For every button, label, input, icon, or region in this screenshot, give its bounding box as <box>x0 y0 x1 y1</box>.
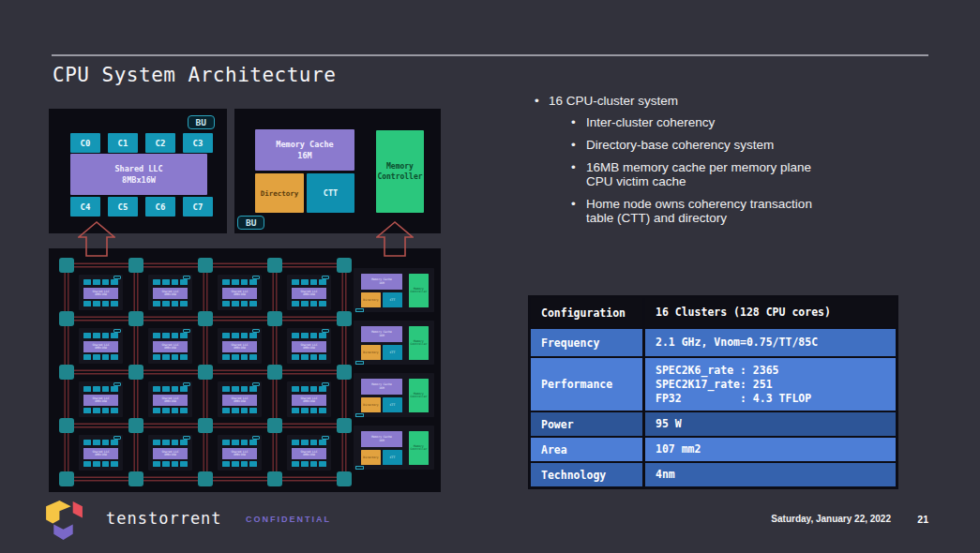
mini-core-row <box>83 461 118 467</box>
mini-llc-box: Shared LLC 8MBx16W <box>83 395 118 406</box>
mini-llc-box: Shared LLC 8MBx16W <box>153 341 188 352</box>
mini-core-box <box>232 461 239 467</box>
mini-cpu-cluster: Shared LLC 8MBx16W <box>79 381 123 417</box>
mini-core-box <box>249 301 257 306</box>
bullet-sub-item: Directory-base coherency system <box>569 138 924 152</box>
cpu-core-box: C5 <box>108 197 138 217</box>
spec-row-value: SPEC2K6_rate : 2365 SPEC2K17_rate: 251 F… <box>645 358 896 411</box>
mini-core-box <box>319 408 326 413</box>
mini-core-box <box>180 333 188 338</box>
mini-core-row <box>222 354 257 360</box>
mini-core-box <box>249 461 257 467</box>
cpu-core-box: C6 <box>145 197 175 217</box>
mini-core-row <box>222 408 257 413</box>
mini-cpu-cluster: Shared LLC 8MBx16W <box>218 275 262 310</box>
mini-core-box <box>180 354 188 360</box>
mini-core-box <box>310 301 318 306</box>
spec-row-label: Area <box>531 438 642 461</box>
mini-core-row <box>83 354 118 360</box>
mini-llc-box: Shared LLC 8MBx16W <box>222 395 257 406</box>
mini-core-box <box>222 279 230 285</box>
mini-core-row <box>222 301 257 306</box>
mini-ctt-box: CTT <box>383 292 402 307</box>
mini-llc-box: Shared LLC 8MBx16W <box>292 288 326 299</box>
mini-core-box <box>153 354 160 360</box>
mini-core-box <box>241 386 249 392</box>
mesh-node <box>267 311 282 326</box>
spec-table-row: Configuration16 Clusters (128 CPU cores) <box>531 298 896 327</box>
mini-core-box <box>111 279 118 285</box>
mini-core-box <box>162 354 170 360</box>
spec-row-label: Configuration <box>531 298 642 327</box>
mini-core-box <box>319 301 326 306</box>
bullet-sub-item: Home node owns coherency transaction tab… <box>569 197 924 225</box>
mini-core-box <box>111 408 118 413</box>
mesh-node <box>198 365 213 380</box>
page-number: 21 <box>917 514 928 525</box>
mesh-node <box>198 311 213 326</box>
mini-cpu-cluster: Shared LLC 8MBx16W <box>79 435 123 471</box>
mini-core-row <box>153 408 188 413</box>
mini-core-box <box>180 408 188 413</box>
mini-cpu-cluster: Shared LLC 8MBx16W <box>79 275 123 310</box>
mini-core-box <box>111 440 118 445</box>
mini-bu-badge <box>355 413 364 417</box>
mini-core-box <box>241 440 249 445</box>
mini-core-box <box>310 386 318 392</box>
mini-llc-box: Shared LLC 8MBx16W <box>222 448 257 459</box>
mini-core-box <box>319 461 326 467</box>
bullet-sub-item: Inter-cluster coherency <box>569 115 924 129</box>
mini-memory-plane: Memory Cache 16MDirectoryCTTMemory Contr… <box>354 268 434 312</box>
spec-row-value: 2.1 GHz, Vnom=0.75/TT/85C <box>645 329 896 356</box>
mini-core-box <box>180 461 188 467</box>
mesh-node <box>267 258 282 273</box>
spec-table-row: Power95 W <box>531 412 896 436</box>
mini-core-box <box>292 279 299 285</box>
mini-llc-box: Shared LLC 8MBx16W <box>292 341 326 352</box>
mesh-node <box>59 418 74 433</box>
mini-memory-cache-box: Memory Cache 16M <box>361 379 402 395</box>
mini-core-box <box>292 386 299 392</box>
mini-core-box <box>232 408 239 413</box>
mini-core-box <box>111 386 118 392</box>
mini-core-box <box>102 461 110 467</box>
mini-llc-box: Shared LLC 8MBx16W <box>153 288 188 299</box>
mini-core-box <box>241 301 249 306</box>
spec-row-label: Frequency <box>531 329 642 356</box>
mini-memory-cache-box: Memory Cache 16M <box>361 274 402 290</box>
mesh-node <box>267 365 282 380</box>
mesh-node <box>128 471 143 486</box>
mini-core-box <box>301 461 309 467</box>
mini-core-box <box>111 461 118 467</box>
mini-core-box <box>93 333 100 338</box>
bullet-sub-list: Inter-cluster coherencyDirectory-base co… <box>569 115 924 225</box>
mini-core-row <box>292 440 326 445</box>
mini-llc-box: Shared LLC 8MBx16W <box>83 288 118 299</box>
tenstorrent-logo <box>41 498 85 542</box>
mini-cpu-cluster: Shared LLC 8MBx16W <box>218 435 262 471</box>
mini-core-box <box>172 301 179 306</box>
mini-cpu-cluster: Shared LLC 8MBx16W <box>218 328 262 364</box>
mini-core-box <box>222 386 230 392</box>
mini-core-box <box>180 301 188 306</box>
mini-core-box <box>241 354 249 360</box>
mini-cpu-cluster: Shared LLC 8MBx16W <box>218 381 262 417</box>
mini-core-box <box>310 408 318 413</box>
mini-memory-controller-box: Memory Controller <box>409 274 429 307</box>
spec-row-value: 95 W <box>645 412 896 436</box>
mini-core-box <box>93 461 100 467</box>
mini-cpu-cluster: Shared LLC 8MBx16W <box>287 328 331 364</box>
spec-row-label: Power <box>531 412 642 436</box>
cpu-cluster-diagram: BU C0C1C2C3 Shared LLC 8MBx16W C4C5C6C7 <box>49 109 227 233</box>
mini-llc-box: Shared LLC 8MBx16W <box>292 448 326 459</box>
mesh-node <box>128 418 143 433</box>
mini-core-box <box>83 408 91 413</box>
mini-core-row <box>83 386 118 392</box>
mini-core-row <box>153 354 188 360</box>
mini-core-row <box>153 386 188 392</box>
title-rule <box>52 54 928 56</box>
cpu-core-box: C1 <box>108 133 138 153</box>
mini-core-row <box>222 461 257 467</box>
mini-core-box <box>172 279 179 285</box>
spec-table-row: Technology4nm <box>531 463 896 486</box>
